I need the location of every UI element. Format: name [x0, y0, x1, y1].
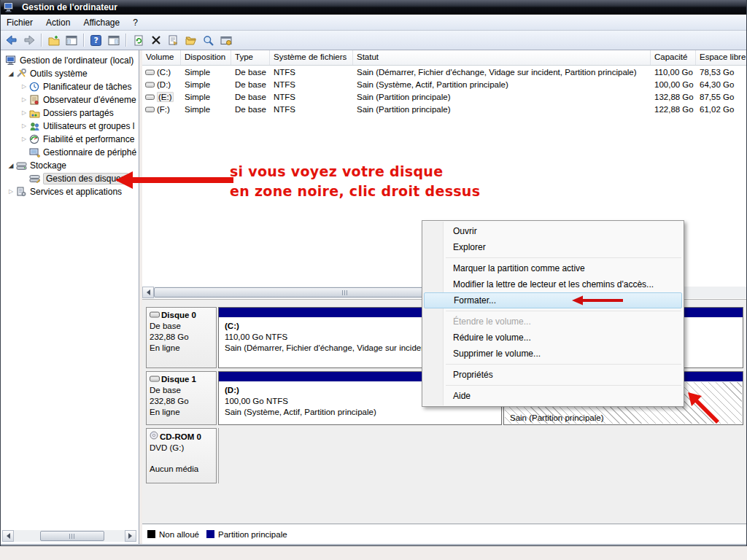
tree-item-gestionnaire-peripheriques[interactable]: Gestionnaire de périphé: [1, 146, 139, 159]
cdrom-info-box[interactable]: CD-ROM 0 DVD (G:) Aucun média: [146, 428, 217, 483]
console-window-button[interactable]: [63, 32, 80, 48]
scrollbar-thumb[interactable]: [40, 531, 104, 541]
menu-item-proprietes[interactable]: Propriétés: [424, 367, 682, 383]
svg-text:?: ?: [94, 36, 98, 45]
spacer: [150, 454, 213, 464]
column-header-statut[interactable]: Statut: [353, 50, 651, 65]
expander-closed-icon[interactable]: ▷: [20, 106, 28, 120]
cell-statut: Sain (Partition principale): [353, 93, 651, 101]
computer-icon: [5, 55, 17, 66]
triangle-left-icon: [144, 289, 150, 295]
triangle-left-icon: [4, 533, 10, 539]
cell-espace-libre: 64,30 Go: [696, 80, 747, 89]
empty-media-area[interactable]: [218, 428, 743, 483]
cell-statut: Sain (Partition principale): [353, 105, 651, 114]
volume-icon: [145, 81, 155, 88]
delete-button[interactable]: [147, 32, 164, 48]
view-button[interactable]: [200, 32, 217, 48]
cell-capacite: 110,00 Go: [651, 68, 696, 77]
tree-item-fiabilite[interactable]: ▷ Fiabilité et performance: [1, 133, 139, 146]
legend-swatch-unallocated: [147, 530, 155, 538]
expander-closed-icon[interactable]: ▷: [20, 80, 28, 93]
menu-separator: [446, 311, 681, 311]
back-button[interactable]: [3, 32, 20, 48]
column-header-volume[interactable]: Volume: [142, 50, 181, 65]
tree-item-planificateur[interactable]: ▷ Planificateur de tâches: [1, 80, 139, 93]
tree-item-label: Utilisateurs et groupes l: [43, 121, 134, 131]
menu-item-aide[interactable]: Aide: [424, 388, 682, 404]
scroll-left-button[interactable]: [2, 530, 14, 542]
snapin-button[interactable]: [217, 32, 234, 48]
disk-icon: [150, 374, 160, 385]
column-header-espace-libre[interactable]: Espace libre: [696, 50, 747, 65]
disk-name: Disque 0: [161, 310, 196, 321]
cell-fs: NTFS: [270, 105, 353, 114]
menu-item-formater[interactable]: Formater...: [424, 292, 682, 308]
legend-label: Partition principale: [218, 530, 287, 539]
expander-closed-icon[interactable]: ▷: [20, 93, 28, 106]
volume-row-e[interactable]: (E:) Simple De base NTFS Sain (Partition…: [142, 90, 747, 103]
disk-type: De base: [150, 385, 213, 396]
expander-open-icon[interactable]: ◢: [7, 67, 15, 80]
menu-item-supprimer-volume[interactable]: Supprimer le volume...: [424, 346, 682, 362]
view-icon: [203, 35, 214, 46]
menu-aide[interactable]: ?: [126, 15, 144, 30]
system-tools-icon: [15, 69, 27, 79]
tree-item-outils-systeme[interactable]: ◢ Outils système: [1, 67, 139, 80]
services-icon: [15, 187, 27, 198]
device-manager-icon: [28, 147, 40, 158]
help-icon: ?: [90, 35, 101, 46]
legend-non-alloue: Non alloué: [147, 530, 199, 539]
expander-closed-icon[interactable]: ▷: [20, 120, 28, 133]
tree-item-observateur[interactable]: ▷ Observateur d'événeme: [1, 93, 139, 106]
refresh-button[interactable]: [130, 32, 147, 48]
tree-horizontal-scrollbar[interactable]: [2, 530, 136, 542]
expander-open-icon[interactable]: ◢: [7, 159, 15, 172]
annotation-text-line1: si vous voyez votre disque: [230, 163, 443, 179]
tree-item-dossiers-partages[interactable]: ▷ Dossiers partagés: [1, 106, 139, 120]
forward-button[interactable]: [20, 32, 37, 48]
menu-affichage[interactable]: Affichage: [77, 15, 126, 30]
menu-action[interactable]: Action: [39, 15, 77, 30]
annotation-arrow-to-hatched-partition: [684, 389, 724, 425]
disk0-info-box[interactable]: Disque 0 De base 232,88 Go En ligne: [146, 307, 217, 368]
partition-status: Sain (Système, Actif, Partition principa…: [225, 407, 501, 418]
column-header-capacite[interactable]: Capacité: [651, 50, 696, 65]
users-groups-icon: [28, 121, 40, 132]
expander-closed-icon[interactable]: ▷: [20, 133, 28, 146]
volume-row-c[interactable]: (C:) Simple De base NTFS Sain (Démarrer,…: [142, 66, 747, 78]
menu-item-reduire-volume[interactable]: Réduire le volume...: [424, 330, 682, 346]
volume-row-f[interactable]: (F:) Simple De base NTFS Sain (Partition…: [142, 103, 747, 115]
properties-button[interactable]: [165, 32, 182, 48]
menu-item-marquer-active[interactable]: Marquer la partition comme active: [424, 260, 682, 276]
console-tree: Gestion de l'ordinateur (local) ◢ Outils…: [1, 50, 139, 544]
volume-name: (D:): [157, 80, 171, 89]
menu-separator: [446, 385, 681, 386]
disk-size: 232,88 Go: [150, 396, 213, 407]
tree-root[interactable]: Gestion de l'ordinateur (local): [1, 54, 139, 67]
column-header-type[interactable]: Type: [231, 50, 270, 65]
help-button[interactable]: ?: [88, 32, 104, 48]
column-header-systeme-fichiers[interactable]: Système de fichiers: [270, 50, 353, 65]
menu-item-ouvrir[interactable]: Ouvrir: [424, 223, 682, 239]
action-pane-button[interactable]: [105, 32, 122, 48]
context-menu: Ouvrir Explorer Marquer la partition com…: [422, 220, 684, 407]
cell-statut: Sain (Système, Actif, Partition principa…: [353, 80, 651, 89]
scroll-left-button[interactable]: [142, 287, 154, 298]
column-header-disposition[interactable]: Disposition: [181, 50, 231, 65]
tree-item-utilisateurs[interactable]: ▷ Utilisateurs et groupes l: [1, 120, 139, 133]
menu-fichier[interactable]: Fichier: [0, 15, 39, 30]
menu-item-modifier-lettre[interactable]: Modifier la lettre de lecteur et les che…: [424, 276, 682, 292]
window-title: Gestion de l'ordinateur: [22, 2, 117, 12]
open-folder-button[interactable]: [182, 32, 199, 48]
menu-item-explorer[interactable]: Explorer: [424, 239, 682, 255]
disk1-info-box[interactable]: Disque 1 De base 232,88 Go En ligne: [146, 371, 217, 425]
show-console-tree-button[interactable]: [45, 32, 62, 48]
volume-row-d[interactable]: (D:) Simple De base NTFS Sain (Système, …: [142, 78, 747, 90]
cdrom-partition-strip: [218, 428, 743, 483]
cell-espace-libre: 61,02 Go: [696, 105, 747, 114]
scroll-right-button[interactable]: [125, 530, 136, 542]
toolbar-separator: [125, 34, 126, 47]
cell-espace-libre: 78,53 Go: [696, 68, 747, 77]
expander-closed-icon[interactable]: ▷: [7, 185, 15, 198]
